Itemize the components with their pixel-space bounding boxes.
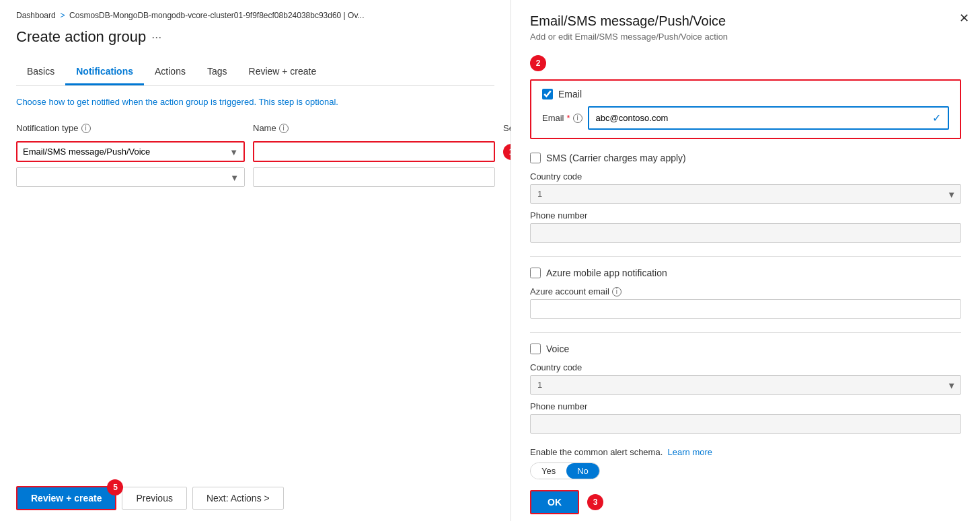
name-input-wrapper: [253, 141, 495, 162]
voice-checkbox-label: Voice: [546, 344, 569, 354]
sms-section: SMS (Carrier charges may apply) Country …: [530, 153, 961, 243]
notification-type-select-wrapper: Email/SMS message/Push/Voice ▼: [16, 141, 245, 162]
alert-schema-text: Enable the common alert schema. Learn mo…: [530, 447, 961, 457]
bottom-bar: Review + create 5 Previous Next: Actions…: [16, 470, 494, 510]
ellipsis-menu[interactable]: ···: [151, 30, 161, 44]
name-info-icon[interactable]: i: [279, 124, 289, 133]
table-row-1: Email/SMS message/Push/Voice ▼ 1 4: [16, 141, 494, 162]
voice-phone-label: Phone number: [530, 401, 961, 411]
sms-phone-label: Phone number: [530, 210, 961, 221]
azure-account-email-field: Azure account email i: [530, 286, 961, 319]
col-type-label: Notification type i: [16, 123, 245, 133]
no-toggle-button[interactable]: No: [566, 463, 599, 479]
page-title-text: Create action group: [16, 28, 146, 46]
voice-country-code-select-wrapper: 1 ▼: [530, 375, 961, 395]
sms-checkbox-label: SMS (Carrier charges may apply): [546, 153, 686, 163]
notification-type-select[interactable]: Email/SMS message/Push/Voice: [17, 143, 243, 161]
email-field-row: Email * i ✓: [542, 106, 949, 130]
table-row-2: ▼: [16, 167, 494, 187]
row2-chevron-icon: ▼: [230, 172, 239, 182]
row2-name-input[interactable]: [254, 168, 494, 186]
voice-checkbox-row: Voice: [530, 344, 961, 354]
email-input-wrapper: ✓: [588, 106, 949, 130]
azure-account-email-label: Azure account email i: [530, 286, 961, 296]
step2-badge: 2: [530, 55, 546, 71]
voice-country-code-select[interactable]: 1: [530, 375, 961, 395]
azure-app-checkbox-label: Azure mobile app notification: [546, 268, 667, 278]
sms-country-code-select-wrapper: 1 ▼: [530, 184, 961, 204]
azure-account-email-info-icon[interactable]: i: [612, 287, 621, 296]
voice-phone-field: Phone number: [530, 401, 961, 434]
voice-country-code-label: Country code: [530, 362, 961, 372]
email-checkbox-row: Email: [542, 89, 949, 99]
row2-type-select-wrapper: ▼: [16, 167, 245, 187]
email-checkbox[interactable]: [542, 89, 553, 99]
email-required-star: *: [567, 113, 570, 123]
step1-badge: 1: [503, 144, 511, 160]
tab-notifications[interactable]: Notifications: [65, 59, 144, 85]
breadcrumb-dashboard[interactable]: Dashboard: [16, 11, 56, 20]
tab-basics[interactable]: Basics: [16, 59, 65, 85]
step-description: Choose how to get notified when the acti…: [16, 97, 494, 107]
sms-country-code-select[interactable]: 1: [530, 184, 961, 204]
right-panel: ✕ Email/SMS message/Push/Voice Add or ed…: [511, 0, 980, 521]
divider-2: [530, 332, 961, 333]
azure-account-email-input[interactable]: [530, 299, 961, 319]
next-actions-button[interactable]: Next: Actions >: [192, 487, 284, 510]
voice-checkbox[interactable]: [530, 344, 541, 354]
voice-section: Voice Country code 1 ▼ Phone number: [530, 344, 961, 434]
sms-country-code-label: Country code: [530, 171, 961, 182]
azure-app-checkbox[interactable]: [530, 268, 541, 278]
left-panel: Dashboard > CosmosDB-MongoDB-mongodb-vco…: [0, 0, 511, 521]
sms-phone-input[interactable]: [530, 223, 961, 243]
review-create-wrapper: Review + create 5: [16, 486, 116, 510]
voice-phone-input[interactable]: [530, 414, 961, 434]
email-input[interactable]: [596, 113, 932, 123]
name-input[interactable]: [254, 143, 494, 161]
learn-more-link[interactable]: Learn more: [668, 447, 712, 457]
row2-type-select[interactable]: [17, 168, 244, 186]
sms-country-code-field: Country code 1 ▼: [530, 171, 961, 204]
azure-app-section: Azure mobile app notification Azure acco…: [530, 268, 961, 319]
panel-subtitle: Add or edit Email/SMS message/Push/Voice…: [530, 32, 961, 42]
row2-name-input-wrapper: [253, 167, 495, 187]
review-create-button[interactable]: Review + create: [16, 486, 116, 510]
close-button[interactable]: ✕: [959, 11, 969, 26]
email-info-icon[interactable]: i: [573, 114, 582, 123]
tab-actions[interactable]: Actions: [144, 59, 196, 85]
alert-schema-toggle-group: Yes No: [530, 463, 600, 479]
breadcrumb-resource[interactable]: CosmosDB-MongoDB-mongodb-vcore-cluster01…: [69, 11, 364, 20]
email-field-label: Email * i: [542, 113, 582, 123]
email-checkbox-label: Email: [558, 89, 582, 99]
azure-app-checkbox-row: Azure mobile app notification: [530, 268, 961, 278]
voice-country-code-field: Country code 1 ▼: [530, 362, 961, 395]
col-name-label: Name i: [253, 123, 495, 133]
divider-1: [530, 256, 961, 257]
email-section: Email Email * i ✓: [530, 79, 961, 139]
ok-button-wrapper: OK 3: [530, 490, 961, 514]
tabs: Basics Notifications Actions Tags Review…: [16, 59, 494, 86]
sms-checkbox[interactable]: [530, 153, 541, 163]
breadcrumb: Dashboard > CosmosDB-MongoDB-mongodb-vco…: [16, 11, 494, 20]
page-title: Create action group ···: [16, 28, 494, 46]
previous-button[interactable]: Previous: [122, 487, 186, 510]
panel-title: Email/SMS message/Push/Voice: [530, 13, 961, 29]
tab-tags[interactable]: Tags: [196, 59, 238, 85]
alert-schema-section: Enable the common alert schema. Learn mo…: [530, 447, 961, 479]
sms-checkbox-row: SMS (Carrier charges may apply): [530, 153, 961, 163]
table-header: Notification type i Name i Se: [16, 123, 494, 136]
sms-phone-field: Phone number: [530, 210, 961, 243]
ok-button[interactable]: OK: [530, 490, 579, 514]
yes-toggle-button[interactable]: Yes: [531, 463, 566, 479]
tab-review-create[interactable]: Review + create: [238, 59, 328, 85]
step3-badge: 3: [587, 494, 603, 510]
col-se-label: Se: [503, 123, 511, 133]
step5-badge: 5: [107, 479, 123, 495]
email-check-icon: ✓: [932, 112, 941, 124]
notification-type-info-icon[interactable]: i: [81, 124, 91, 133]
